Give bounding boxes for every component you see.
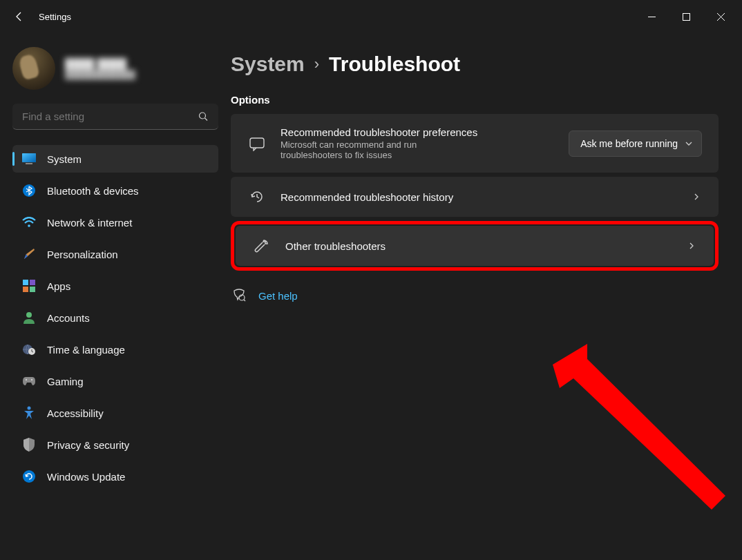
svg-rect-6 [26, 163, 32, 164]
accessibility-icon [22, 406, 36, 420]
svg-rect-20 [250, 138, 264, 148]
sidebar-item-label: Personalization [47, 249, 118, 260]
sidebar-item-label: Bluetooth & devices [47, 185, 139, 197]
card-title: Recommended troubleshooter preferences [280, 126, 555, 138]
svg-rect-5 [22, 153, 36, 162]
update-icon [22, 470, 36, 483]
person-icon [22, 311, 36, 325]
svg-point-18 [28, 407, 31, 410]
sidebar-item-accounts[interactable]: Accounts [12, 304, 218, 331]
chevron-down-icon [685, 139, 693, 148]
minimize-icon [648, 13, 656, 21]
svg-point-2 [200, 113, 206, 119]
sidebar-item-update[interactable]: Windows Update [12, 463, 218, 490]
sidebar-item-personalization[interactable]: Personalization [12, 240, 218, 268]
window-controls [636, 6, 736, 28]
sidebar-item-label: Gaming [47, 376, 84, 387]
card-title: Other troubleshooters [285, 240, 674, 252]
svg-point-13 [26, 312, 32, 318]
close-button[interactable] [705, 6, 736, 28]
shield-icon [22, 438, 36, 452]
sidebar-item-label: Network & internet [47, 217, 132, 229]
card-troubleshooter-history[interactable]: Recommended troubleshooter history [231, 177, 719, 217]
get-help-row: Get help [231, 286, 719, 305]
svg-line-3 [205, 118, 208, 121]
sidebar-item-label: System [47, 153, 82, 165]
svg-rect-1 [683, 13, 689, 20]
svg-rect-11 [23, 287, 28, 292]
profile-info: ████ ████ ████████████ [65, 58, 135, 79]
sidebar-item-label: Apps [47, 280, 70, 292]
profile-email: ████████████ [65, 70, 135, 79]
card-subtitle: Microsoft can recommend and run troubles… [280, 139, 467, 160]
sidebar-item-accessibility[interactable]: Accessibility [12, 399, 218, 427]
profile-block[interactable]: ████ ████ ████████████ [12, 47, 218, 90]
troubleshooter-pref-dropdown[interactable]: Ask me before running [569, 131, 702, 157]
search-icon [198, 112, 209, 122]
breadcrumb-current: Troubleshoot [329, 52, 460, 76]
search-input[interactable] [12, 104, 218, 130]
profile-name: ████ ████ [65, 58, 135, 70]
sidebar-item-label: Time & language [47, 344, 125, 356]
gamepad-icon [22, 374, 36, 388]
back-arrow-icon [14, 11, 25, 22]
avatar [12, 47, 55, 90]
svg-rect-10 [30, 280, 35, 285]
svg-point-17 [26, 379, 27, 380]
card-title: Recommended troubleshooter history [280, 191, 678, 203]
sidebar-item-network[interactable]: Network & internet [12, 209, 218, 236]
maximize-button[interactable] [670, 6, 702, 28]
svg-rect-12 [30, 287, 35, 292]
help-icon [232, 289, 246, 302]
sidebar-item-bluetooth[interactable]: Bluetooth & devices [12, 177, 218, 204]
globe-clock-icon [22, 342, 36, 356]
svg-point-16 [31, 379, 32, 380]
minimize-button[interactable] [636, 6, 667, 28]
dropdown-value: Ask me before running [580, 138, 678, 149]
nav: System Bluetooth & devices Network & int… [12, 145, 218, 490]
bluetooth-icon [22, 184, 36, 197]
sidebar-item-apps[interactable]: Apps [12, 272, 218, 300]
breadcrumb-parent[interactable]: System [231, 52, 305, 76]
breadcrumb-separator-icon: › [314, 55, 319, 73]
back-button[interactable] [6, 3, 33, 30]
search-box [12, 104, 218, 130]
section-header-options: Options [231, 94, 719, 106]
wifi-icon [22, 215, 36, 229]
sidebar-item-time[interactable]: Time & language [12, 336, 218, 363]
get-help-link[interactable]: Get help [258, 290, 298, 302]
sidebar-item-label: Accessibility [47, 407, 104, 419]
sidebar: ████ ████ ████████████ System [0, 33, 228, 560]
message-icon [247, 136, 267, 151]
sidebar-item-system[interactable]: System [12, 145, 218, 173]
svg-point-19 [23, 470, 35, 483]
titlebar: Settings [0, 0, 742, 33]
svg-line-22 [244, 300, 245, 301]
apps-icon [22, 279, 36, 293]
sidebar-item-label: Accounts [47, 312, 90, 324]
highlight-annotation: Other troubleshooters [231, 221, 719, 271]
sidebar-item-label: Privacy & security [47, 439, 129, 451]
close-icon [717, 13, 725, 21]
chevron-right-icon [692, 193, 702, 201]
card-recommended-preferences: Recommended troubleshooter preferences M… [231, 114, 719, 173]
sidebar-item-privacy[interactable]: Privacy & security [12, 431, 218, 458]
content-pane: System › Troubleshoot Options Recommende… [228, 33, 742, 560]
svg-point-8 [28, 224, 30, 227]
paintbrush-icon [22, 247, 36, 261]
system-icon [22, 152, 36, 166]
chevron-right-icon [687, 242, 697, 250]
app-title: Settings [39, 12, 71, 22]
sidebar-item-gaming[interactable]: Gaming [12, 367, 218, 395]
sidebar-item-label: Windows Update [47, 471, 125, 483]
card-other-troubleshooters[interactable]: Other troubleshooters [236, 226, 714, 266]
breadcrumb: System › Troubleshoot [231, 52, 719, 76]
svg-rect-9 [23, 280, 28, 285]
history-icon [247, 189, 267, 204]
wrench-icon [252, 238, 272, 253]
maximize-icon [683, 13, 690, 21]
